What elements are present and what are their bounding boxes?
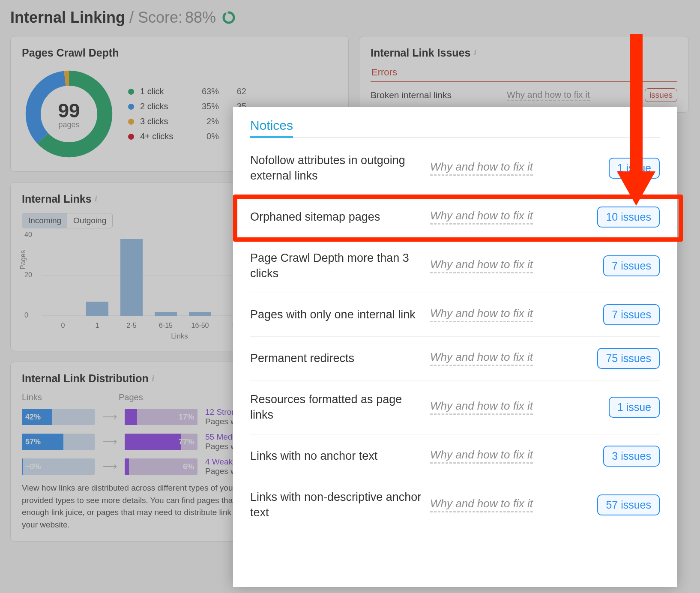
notice-fix-link[interactable]: Why and how to fix it xyxy=(430,209,533,225)
notice-name: Nofollow attributes in outgoing external… xyxy=(250,153,422,184)
notice-name: Links with non-descriptive anchor text xyxy=(250,489,422,521)
dist-head-pages: Pages xyxy=(119,392,143,402)
card-title-crawl-depth: Pages Crawl Depth xyxy=(22,47,337,59)
notice-row: Permanent redirectsWhy and how to fix it… xyxy=(250,337,660,380)
pages-pct: 77% xyxy=(179,437,194,446)
legend-label: 1 click xyxy=(140,87,183,96)
legend-row[interactable]: 4+ clicks 0% 0 xyxy=(128,132,246,141)
issue-row[interactable]: Broken internal links Why and how to fix… xyxy=(371,88,677,102)
ytick: 0 xyxy=(24,311,28,319)
legend-label: 2 clicks xyxy=(140,102,183,111)
notice-count-badge[interactable]: 1 issue xyxy=(609,397,660,418)
pages-bar: 17% xyxy=(125,409,197,425)
notice-fix-link[interactable]: Why and how to fix it xyxy=(430,399,533,415)
notice-count-badge[interactable]: 1 issue xyxy=(609,158,660,179)
score-value: 88% xyxy=(185,9,216,27)
notice-count-badge[interactable]: 3 issues xyxy=(603,446,660,467)
issue-name: Broken internal links xyxy=(371,90,499,100)
tab-errors[interactable]: Errors xyxy=(371,67,398,81)
page-title-sep: / xyxy=(129,9,134,27)
notice-fix-link[interactable]: Why and how to fix it xyxy=(430,258,533,273)
issue-fix-link[interactable]: Why and how to fix it xyxy=(507,90,590,101)
links-bar: 57% xyxy=(22,434,95,450)
notice-fix-link[interactable]: Why and how to fix it xyxy=(430,307,533,322)
links-pct: 57% xyxy=(25,437,41,446)
links-bar: 42% xyxy=(22,409,95,425)
donut-sublabel: pages xyxy=(58,120,79,129)
xlabel: 2-5 xyxy=(120,322,143,329)
crawl-depth-title-text: Pages Crawl Depth xyxy=(22,47,119,59)
notice-count-badge[interactable]: 7 issues xyxy=(603,255,660,276)
legend-dot-icon xyxy=(128,104,134,110)
notice-fix-link[interactable]: Why and how to fix it xyxy=(430,160,533,176)
notice-count-badge[interactable]: 7 issues xyxy=(603,304,660,325)
bar[interactable] xyxy=(155,312,177,316)
toggle-outgoing[interactable]: Outgoing xyxy=(67,213,112,228)
legend-label: 4+ clicks xyxy=(140,132,183,141)
notice-count-badge[interactable]: 75 issues xyxy=(597,348,660,369)
arrow-right-icon: ⟶ xyxy=(102,436,117,448)
legend-label: 3 clicks xyxy=(140,117,183,126)
notice-fix-link[interactable]: Why and how to fix it xyxy=(430,448,533,464)
notice-name: Pages with only one internal link xyxy=(250,307,422,322)
issue-count-badge[interactable]: issues xyxy=(645,88,677,102)
donut-legend: 1 click 63% 62 2 clicks 35% 35 3 c xyxy=(128,87,246,141)
notice-fix-link[interactable]: Why and how to fix it xyxy=(430,350,533,366)
page-title: Internal Linking xyxy=(10,9,125,27)
legend-pct: 0% xyxy=(189,132,219,141)
legend-row[interactable]: 2 clicks 35% 35 xyxy=(128,102,246,111)
notice-row: Nofollow attributes in outgoing external… xyxy=(250,141,660,195)
donut-total: 99 xyxy=(58,99,80,122)
ytick: 20 xyxy=(24,271,32,279)
bar[interactable] xyxy=(120,239,143,316)
notice-name: Orphaned sitemap pages xyxy=(250,209,422,225)
incoming-outgoing-toggle: Incoming Outgoing xyxy=(22,213,113,228)
legend-row[interactable]: 1 click 63% 62 xyxy=(128,87,246,96)
notice-row: Resources formatted as page linksWhy and… xyxy=(250,380,660,434)
legend-dot-icon xyxy=(128,134,134,140)
distribution-title-text: Internal Link Distribution xyxy=(22,372,149,385)
arrow-right-icon: ⟶ xyxy=(102,461,117,473)
dist-head-links: Links xyxy=(22,392,95,402)
links-pct: ~0% xyxy=(25,462,41,471)
legend-pct: 63% xyxy=(189,87,219,96)
notice-row: Pages with only one internal linkWhy and… xyxy=(250,293,660,337)
page-header: Internal Linking / Score: 88% xyxy=(10,9,690,27)
bar[interactable] xyxy=(189,312,211,316)
pages-pct: 17% xyxy=(179,413,194,422)
y-axis-label: Pages xyxy=(19,250,27,270)
toggle-incoming[interactable]: Incoming xyxy=(22,213,67,228)
notice-name: Resources formatted as page links xyxy=(250,392,422,423)
pages-pct: 6% xyxy=(183,462,194,471)
arrow-right-icon: ⟶ xyxy=(102,411,117,423)
links-bar: ~0% xyxy=(22,458,95,475)
info-icon[interactable]: i xyxy=(95,195,97,204)
notice-row: Links with non-descriptive anchor textWh… xyxy=(250,478,660,532)
notices-popup: Notices Nofollow attributes in outgoing … xyxy=(233,107,677,587)
donut-chart[interactable]: 99 pages xyxy=(22,67,116,161)
legend-dot-icon xyxy=(128,119,134,125)
svg-point-1 xyxy=(224,12,234,23)
notice-row: Orphaned sitemap pagesWhy and how to fix… xyxy=(250,195,660,239)
notice-row: Links with no anchor textWhy and how to … xyxy=(250,434,660,478)
notice-fix-link[interactable]: Why and how to fix it xyxy=(430,497,533,512)
popup-heading[interactable]: Notices xyxy=(250,118,293,138)
legend-row[interactable]: 3 clicks 2% 2 xyxy=(128,117,246,126)
notice-name: Page Crawl Depth more than 3 clicks xyxy=(250,250,422,282)
xlabel: 6-15 xyxy=(155,322,177,329)
info-icon[interactable]: i xyxy=(474,48,476,57)
internal-links-title-text: Internal Links xyxy=(22,193,92,205)
legend-dot-icon xyxy=(128,89,134,95)
notice-count-badge[interactable]: 10 issues xyxy=(597,207,660,228)
pages-bar: 6% xyxy=(125,458,197,475)
bar[interactable] xyxy=(86,302,108,316)
notice-name: Permanent redirects xyxy=(250,350,422,366)
card-title-link-issues: Internal Link Issues i xyxy=(371,47,677,59)
links-pct: 42% xyxy=(25,413,41,422)
link-issues-title-text: Internal Link Issues xyxy=(371,47,470,59)
score-ring-icon xyxy=(222,11,236,24)
xlabel: 1 xyxy=(86,322,108,329)
legend-count: 62 xyxy=(225,87,246,96)
notice-count-badge[interactable]: 57 issues xyxy=(597,494,660,515)
info-icon[interactable]: i xyxy=(152,374,154,383)
